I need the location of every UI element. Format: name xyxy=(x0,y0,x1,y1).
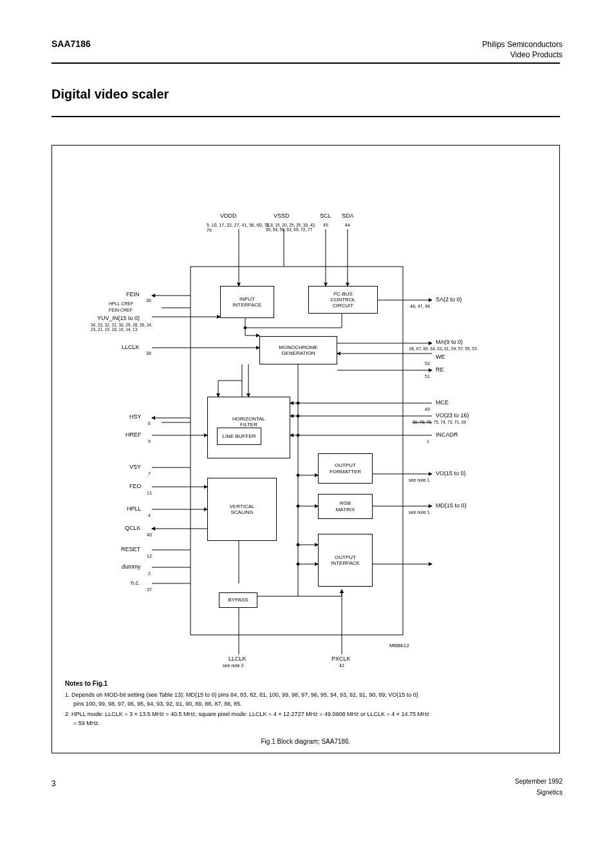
label-incadr-pin: 1 xyxy=(427,439,429,444)
label-pxclk-pin: 42 xyxy=(339,663,344,668)
label-dummy: dummy xyxy=(122,563,141,570)
label-qclk-pin: 40 xyxy=(147,533,152,538)
page-company1: Philips Semiconductors xyxy=(482,40,563,49)
label-dummy-pin: 2 xyxy=(148,571,151,576)
label-qclk: QCLK xyxy=(125,525,141,531)
block-rgb-matrix: RGB MATRIX xyxy=(318,494,373,519)
label-href: HREF xyxy=(126,431,142,438)
label-vo-hi: VO(23 to 16) xyxy=(436,412,469,419)
label-llclk-bottom: LLCLK xyxy=(228,656,247,662)
label-reset-pin: 12 xyxy=(147,554,152,559)
note-1: 1. Depends on MOD-bit setting (see Table… xyxy=(65,692,548,698)
svg-point-13 xyxy=(244,326,247,329)
label-scl-pin: 45 xyxy=(323,223,328,228)
label-vo-lo: VO(15 to 0) xyxy=(436,470,466,476)
label-vssd-pins: 3, 8, 15, 20, 25, 35, 39, 43, 50, 54, 58… xyxy=(266,223,321,232)
label-re-pin: 51 xyxy=(425,374,430,379)
label-sa-pins: 48, 47, 46 xyxy=(410,304,430,309)
label-feo-pin: 11 xyxy=(147,491,152,496)
note-1-cont: pins 100, 99, 98, 97, 96, 95, 94, 93, 92… xyxy=(73,701,550,707)
label-hpll-pin: 4 xyxy=(148,513,151,518)
label-sda: SDA xyxy=(342,212,354,219)
svg-point-32 xyxy=(297,434,299,437)
page-number: 3 xyxy=(51,779,56,788)
label-reset: RESET xyxy=(121,546,140,552)
label-ma-pins: 68, 67, 66, 64, 63, 61, 59, 57, 55, 53 xyxy=(409,346,480,351)
block-input-interface: INPUT INTERFACE xyxy=(220,286,274,318)
label-vddd-pins: 5, 10, 17, 22, 27, 41, 56, 60, 70, 79 xyxy=(207,223,271,233)
label-llclk-bottom-pins: see note 2 xyxy=(223,663,244,668)
block-bypass: BYPASS xyxy=(219,592,257,608)
page-company2: Video Products xyxy=(510,50,563,59)
label-incadr: INCADR xyxy=(436,431,458,438)
label-hsy: HSY xyxy=(129,413,142,420)
label-yuv-in: YUV_IN(15 to 0) xyxy=(97,315,140,321)
label-we-pin: 52 xyxy=(425,361,430,366)
label-vsy-pin: 7 xyxy=(148,471,151,476)
figure-caption: Fig.1 Block diagram; SAA7186. xyxy=(52,738,559,746)
label-hsy-pin: 6 xyxy=(148,421,151,426)
label-vddd: VDDD xyxy=(220,212,237,219)
label-vo-hi-pins: 80, 78, 76, 75, 74, 73, 71, 69 xyxy=(413,420,483,424)
label-fein-pin: 36 xyxy=(146,298,151,303)
notes-title: Notes to Fig.1 xyxy=(65,680,107,688)
diagram-wiring xyxy=(52,146,561,754)
svg-point-30 xyxy=(297,402,299,404)
block-vert-scaling: VERTICAL SCALING xyxy=(207,478,277,541)
label-pxclk: PXCLK xyxy=(331,656,351,662)
block-line-buffer: LINE BUFFER xyxy=(217,428,261,445)
label-vsy: VSY xyxy=(129,464,141,470)
page-product: SAA7186 xyxy=(51,39,91,49)
divider-top xyxy=(51,62,560,64)
label-ma: MA(9 to 0) xyxy=(436,339,463,345)
divider-mid xyxy=(51,116,560,117)
label-nc: n.c. xyxy=(131,580,140,586)
label-refcode: MBB612 xyxy=(389,643,409,648)
label-hpll-cref: HPLL CREF xyxy=(109,301,133,307)
label-we: WE xyxy=(436,354,445,360)
label-vssd: VSSD xyxy=(274,212,290,219)
label-md-pins: see note 1 xyxy=(409,510,430,515)
block-output-interface: OUTPUT INTERFACE xyxy=(318,534,373,587)
label-mce-pin: 49 xyxy=(425,407,430,412)
block-output-formatter: OUTPUT FORMATTER xyxy=(318,453,373,484)
label-hpll: HPLL xyxy=(127,505,142,512)
label-llclk: LLCLK xyxy=(122,344,140,350)
label-sa: SA(2 to 0) xyxy=(436,296,462,303)
block-i2c: I²C-BUS CONTROL CIRCUIT xyxy=(308,286,378,314)
label-md: MD(15 to 0) xyxy=(436,502,467,509)
block-mono-gen: MONOCHROME GENERATION xyxy=(259,336,337,364)
label-sda-pin: 44 xyxy=(345,223,350,228)
label-yuv-in-pins: 34, 33, 32, 31, 30, 29, 28, 26, 24, 23, … xyxy=(91,323,155,332)
label-vo-lo-pins: see note 1 xyxy=(409,478,430,483)
label-feo: FEO xyxy=(129,483,142,489)
footer-company: Signetics xyxy=(536,789,563,796)
figure-frame: VDDD 5, 10, 17, 22, 27, 41, 56, 60, 70, … xyxy=(51,145,560,753)
label-llclk-pin: 38 xyxy=(146,351,151,356)
note-2: 2. HPLL mode: LLCLK = 3 × 13.5 MHz = 40.… xyxy=(65,711,548,717)
label-re: RE xyxy=(436,366,444,373)
label-href-pin: 9 xyxy=(148,439,151,444)
label-fein-cref: FEIN CREF xyxy=(109,308,133,313)
note-2-cont: = 59 MHz. xyxy=(73,720,550,726)
label-scl: SCL xyxy=(320,212,331,219)
label-mce: MCE xyxy=(436,399,449,406)
page-title: Digital video scaler xyxy=(51,87,169,102)
label-nc-pin: 37 xyxy=(147,587,152,592)
block-diagram: VDDD 5, 10, 17, 22, 27, 41, 56, 60, 70, … xyxy=(52,146,559,753)
svg-point-31 xyxy=(297,415,299,417)
label-fein: FEIN xyxy=(126,291,140,297)
footer-date: September 1992 xyxy=(515,778,563,785)
